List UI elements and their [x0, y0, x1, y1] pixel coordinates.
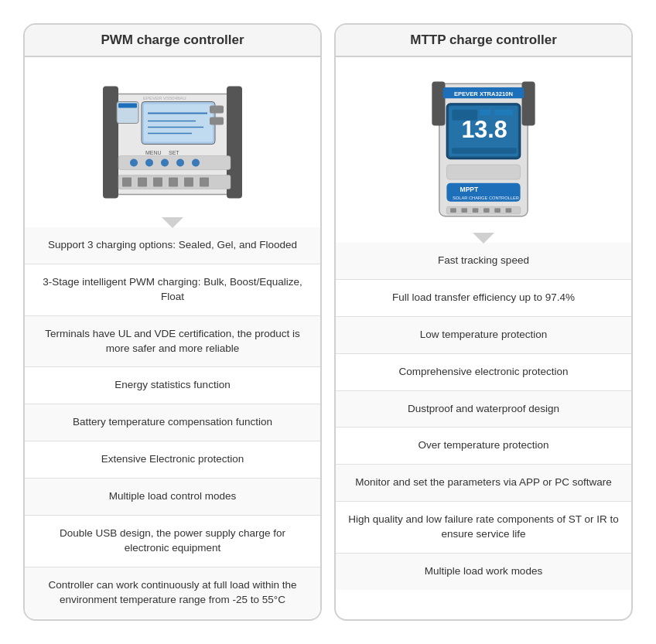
- svg-rect-30: [432, 81, 445, 125]
- svg-rect-37: [452, 110, 477, 121]
- svg-text:MPPT: MPPT: [460, 186, 480, 193]
- list-item: Over temperature protection: [336, 428, 631, 465]
- svg-rect-40: [452, 148, 517, 154]
- svg-rect-50: [494, 208, 501, 213]
- svg-point-18: [192, 159, 200, 167]
- list-item: 3-Stage intelligent PWM charging: Bulk, …: [25, 264, 320, 316]
- svg-rect-47: [461, 208, 467, 213]
- svg-rect-38: [480, 110, 490, 116]
- list-item: Double USB design, the power supply char…: [25, 516, 320, 567]
- list-item: Monitor and set the parameters via APP o…: [336, 465, 631, 502]
- pwm-column: PWM charge controller: [23, 23, 322, 621]
- svg-rect-51: [506, 208, 512, 213]
- svg-rect-31: [522, 81, 535, 125]
- pwm-feature-list: Support 3 charging options: Sealed, Gel,…: [25, 227, 320, 618]
- list-item: High quality and low failure rate compon…: [336, 502, 631, 554]
- svg-point-14: [130, 159, 138, 167]
- svg-point-17: [176, 159, 184, 167]
- svg-text:SET: SET: [169, 150, 179, 155]
- list-item: Low temperature protection: [336, 317, 631, 354]
- svg-rect-41: [446, 165, 520, 179]
- svg-rect-48: [473, 208, 479, 213]
- list-item: Battery temperature compensation functio…: [25, 404, 320, 441]
- mppt-product-image-area: EPEVER XTRA3210N 13.8 MPPT SOLAR CHARGE …: [336, 57, 631, 243]
- svg-point-16: [161, 159, 169, 167]
- svg-point-15: [145, 159, 153, 167]
- list-item: Terminals have UL and VDE certification,…: [25, 316, 320, 368]
- svg-rect-9: [210, 106, 224, 114]
- mppt-column: MTTP charge controller EPEVER XTRA3210N …: [334, 23, 633, 621]
- list-item: Fast tracking speed: [336, 243, 631, 280]
- svg-rect-46: [450, 208, 456, 213]
- svg-rect-22: [153, 178, 162, 187]
- list-item: Extensive Electronic protection: [25, 441, 320, 479]
- svg-rect-12: [118, 104, 137, 108]
- list-item: Comprehensive electronic protection: [336, 354, 631, 391]
- svg-text:MENU: MENU: [145, 150, 162, 155]
- svg-rect-1: [103, 87, 118, 199]
- list-item: Multiple load control modes: [25, 479, 320, 516]
- list-item: Support 3 charging options: Sealed, Gel,…: [25, 227, 320, 264]
- list-item: Full load transfer efficiency up to 97.4…: [336, 280, 631, 317]
- mppt-title: MTTP charge controller: [410, 32, 557, 47]
- pwm-title: PWM charge controller: [101, 32, 244, 47]
- pwm-device-image: MENU SET EPEVER VS5048AU: [95, 77, 250, 208]
- list-item: Multiple load work modes: [336, 554, 631, 590]
- svg-rect-21: [138, 178, 147, 187]
- svg-rect-20: [122, 178, 132, 187]
- pwm-column-header: PWM charge controller: [25, 25, 320, 57]
- mppt-column-header: MTTP charge controller: [336, 25, 631, 57]
- mppt-device-image: EPEVER XTRA3210N 13.8 MPPT SOLAR CHARGE …: [418, 73, 549, 227]
- svg-rect-4: [144, 104, 213, 142]
- svg-text:EPEVER  XTRA3210N: EPEVER XTRA3210N: [454, 90, 513, 97]
- comparison-container: PWM charge controller: [15, 15, 641, 629]
- svg-rect-23: [169, 178, 178, 187]
- list-item: Dustproof and waterproof design: [336, 391, 631, 428]
- pwm-product-image-area: MENU SET EPEVER VS5048AU: [25, 57, 320, 227]
- mppt-feature-list: Fast tracking speed Full load transfer e…: [336, 243, 631, 590]
- svg-text:SOLAR CHARGE CONTROLLER: SOLAR CHARGE CONTROLLER: [453, 196, 519, 200]
- svg-rect-24: [184, 178, 193, 187]
- svg-rect-39: [494, 110, 513, 116]
- svg-text:EPEVER  VS5048AU: EPEVER VS5048AU: [143, 96, 186, 101]
- svg-rect-25: [200, 178, 209, 187]
- svg-rect-49: [483, 208, 490, 213]
- list-item: Energy statistics function: [25, 367, 320, 404]
- svg-rect-10: [210, 118, 224, 125]
- list-item: Controller can work continuously at full…: [25, 567, 320, 618]
